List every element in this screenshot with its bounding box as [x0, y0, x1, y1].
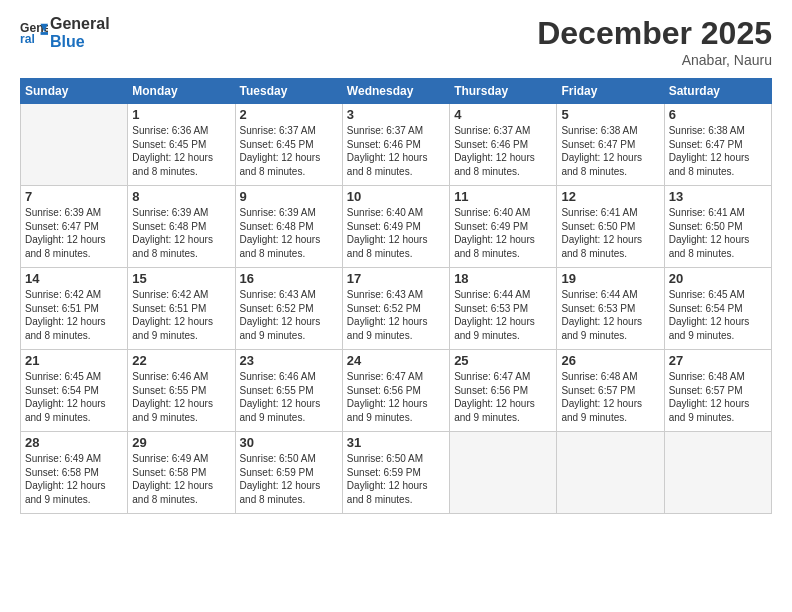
cell-info: Sunrise: 6:42 AM Sunset: 6:51 PM Dayligh… [25, 288, 123, 342]
day-number: 27 [669, 353, 767, 368]
cell-info: Sunrise: 6:37 AM Sunset: 6:46 PM Dayligh… [454, 124, 552, 178]
cell-info: Sunrise: 6:46 AM Sunset: 6:55 PM Dayligh… [132, 370, 230, 424]
cell-info: Sunrise: 6:38 AM Sunset: 6:47 PM Dayligh… [669, 124, 767, 178]
cell-info: Sunrise: 6:36 AM Sunset: 6:45 PM Dayligh… [132, 124, 230, 178]
cell-info: Sunrise: 6:45 AM Sunset: 6:54 PM Dayligh… [25, 370, 123, 424]
day-number: 31 [347, 435, 445, 450]
calendar-cell [450, 432, 557, 514]
calendar-cell [557, 432, 664, 514]
calendar-cell: 18Sunrise: 6:44 AM Sunset: 6:53 PM Dayli… [450, 268, 557, 350]
cell-info: Sunrise: 6:40 AM Sunset: 6:49 PM Dayligh… [454, 206, 552, 260]
week-row-1: 1Sunrise: 6:36 AM Sunset: 6:45 PM Daylig… [21, 104, 772, 186]
month-title: December 2025 [537, 15, 772, 52]
calendar-cell: 10Sunrise: 6:40 AM Sunset: 6:49 PM Dayli… [342, 186, 449, 268]
day-number: 10 [347, 189, 445, 204]
cell-info: Sunrise: 6:41 AM Sunset: 6:50 PM Dayligh… [669, 206, 767, 260]
day-number: 1 [132, 107, 230, 122]
day-number: 21 [25, 353, 123, 368]
day-number: 13 [669, 189, 767, 204]
calendar-cell [21, 104, 128, 186]
day-number: 3 [347, 107, 445, 122]
cell-info: Sunrise: 6:37 AM Sunset: 6:45 PM Dayligh… [240, 124, 338, 178]
cell-info: Sunrise: 6:49 AM Sunset: 6:58 PM Dayligh… [25, 452, 123, 506]
day-number: 11 [454, 189, 552, 204]
day-number: 14 [25, 271, 123, 286]
cell-info: Sunrise: 6:44 AM Sunset: 6:53 PM Dayligh… [561, 288, 659, 342]
calendar-cell: 5Sunrise: 6:38 AM Sunset: 6:47 PM Daylig… [557, 104, 664, 186]
cell-info: Sunrise: 6:39 AM Sunset: 6:47 PM Dayligh… [25, 206, 123, 260]
day-number: 12 [561, 189, 659, 204]
weekday-sunday: Sunday [21, 79, 128, 104]
cell-info: Sunrise: 6:50 AM Sunset: 6:59 PM Dayligh… [347, 452, 445, 506]
day-number: 6 [669, 107, 767, 122]
cell-info: Sunrise: 6:39 AM Sunset: 6:48 PM Dayligh… [240, 206, 338, 260]
day-number: 17 [347, 271, 445, 286]
calendar-cell: 2Sunrise: 6:37 AM Sunset: 6:45 PM Daylig… [235, 104, 342, 186]
cell-info: Sunrise: 6:47 AM Sunset: 6:56 PM Dayligh… [347, 370, 445, 424]
calendar-cell: 13Sunrise: 6:41 AM Sunset: 6:50 PM Dayli… [664, 186, 771, 268]
calendar-cell: 27Sunrise: 6:48 AM Sunset: 6:57 PM Dayli… [664, 350, 771, 432]
calendar-cell: 11Sunrise: 6:40 AM Sunset: 6:49 PM Dayli… [450, 186, 557, 268]
calendar-cell [664, 432, 771, 514]
day-number: 30 [240, 435, 338, 450]
logo-line1: General [50, 15, 110, 33]
calendar-cell: 8Sunrise: 6:39 AM Sunset: 6:48 PM Daylig… [128, 186, 235, 268]
day-number: 29 [132, 435, 230, 450]
calendar-cell: 19Sunrise: 6:44 AM Sunset: 6:53 PM Dayli… [557, 268, 664, 350]
week-row-2: 7Sunrise: 6:39 AM Sunset: 6:47 PM Daylig… [21, 186, 772, 268]
calendar-cell: 3Sunrise: 6:37 AM Sunset: 6:46 PM Daylig… [342, 104, 449, 186]
cell-info: Sunrise: 6:39 AM Sunset: 6:48 PM Dayligh… [132, 206, 230, 260]
calendar-cell: 23Sunrise: 6:46 AM Sunset: 6:55 PM Dayli… [235, 350, 342, 432]
calendar-cell: 15Sunrise: 6:42 AM Sunset: 6:51 PM Dayli… [128, 268, 235, 350]
cell-info: Sunrise: 6:41 AM Sunset: 6:50 PM Dayligh… [561, 206, 659, 260]
day-number: 7 [25, 189, 123, 204]
day-number: 5 [561, 107, 659, 122]
day-number: 26 [561, 353, 659, 368]
calendar-cell: 12Sunrise: 6:41 AM Sunset: 6:50 PM Dayli… [557, 186, 664, 268]
cell-info: Sunrise: 6:42 AM Sunset: 6:51 PM Dayligh… [132, 288, 230, 342]
week-row-5: 28Sunrise: 6:49 AM Sunset: 6:58 PM Dayli… [21, 432, 772, 514]
cell-info: Sunrise: 6:48 AM Sunset: 6:57 PM Dayligh… [561, 370, 659, 424]
page-header: Gene ral General Blue December 2025 Anab… [20, 15, 772, 68]
cell-info: Sunrise: 6:43 AM Sunset: 6:52 PM Dayligh… [347, 288, 445, 342]
calendar-cell: 1Sunrise: 6:36 AM Sunset: 6:45 PM Daylig… [128, 104, 235, 186]
calendar-cell: 7Sunrise: 6:39 AM Sunset: 6:47 PM Daylig… [21, 186, 128, 268]
week-row-4: 21Sunrise: 6:45 AM Sunset: 6:54 PM Dayli… [21, 350, 772, 432]
weekday-monday: Monday [128, 79, 235, 104]
cell-info: Sunrise: 6:45 AM Sunset: 6:54 PM Dayligh… [669, 288, 767, 342]
weekday-wednesday: Wednesday [342, 79, 449, 104]
logo-line2: Blue [50, 33, 110, 51]
calendar-cell: 16Sunrise: 6:43 AM Sunset: 6:52 PM Dayli… [235, 268, 342, 350]
cell-info: Sunrise: 6:49 AM Sunset: 6:58 PM Dayligh… [132, 452, 230, 506]
title-block: December 2025 Anabar, Nauru [537, 15, 772, 68]
logo: Gene ral General Blue [20, 15, 110, 50]
calendar-cell: 28Sunrise: 6:49 AM Sunset: 6:58 PM Dayli… [21, 432, 128, 514]
svg-text:ral: ral [20, 32, 35, 46]
day-number: 25 [454, 353, 552, 368]
day-number: 9 [240, 189, 338, 204]
weekday-friday: Friday [557, 79, 664, 104]
cell-info: Sunrise: 6:38 AM Sunset: 6:47 PM Dayligh… [561, 124, 659, 178]
cell-info: Sunrise: 6:40 AM Sunset: 6:49 PM Dayligh… [347, 206, 445, 260]
day-number: 15 [132, 271, 230, 286]
logo-icon: Gene ral [20, 19, 48, 47]
calendar-cell: 30Sunrise: 6:50 AM Sunset: 6:59 PM Dayli… [235, 432, 342, 514]
calendar-cell: 9Sunrise: 6:39 AM Sunset: 6:48 PM Daylig… [235, 186, 342, 268]
week-row-3: 14Sunrise: 6:42 AM Sunset: 6:51 PM Dayli… [21, 268, 772, 350]
day-number: 22 [132, 353, 230, 368]
svg-rect-3 [41, 32, 48, 35]
day-number: 4 [454, 107, 552, 122]
weekday-saturday: Saturday [664, 79, 771, 104]
calendar-cell: 29Sunrise: 6:49 AM Sunset: 6:58 PM Dayli… [128, 432, 235, 514]
calendar-cell: 14Sunrise: 6:42 AM Sunset: 6:51 PM Dayli… [21, 268, 128, 350]
calendar-table: SundayMondayTuesdayWednesdayThursdayFrid… [20, 78, 772, 514]
weekday-header-row: SundayMondayTuesdayWednesdayThursdayFrid… [21, 79, 772, 104]
day-number: 18 [454, 271, 552, 286]
day-number: 16 [240, 271, 338, 286]
weekday-thursday: Thursday [450, 79, 557, 104]
calendar-cell: 17Sunrise: 6:43 AM Sunset: 6:52 PM Dayli… [342, 268, 449, 350]
calendar-cell: 22Sunrise: 6:46 AM Sunset: 6:55 PM Dayli… [128, 350, 235, 432]
day-number: 23 [240, 353, 338, 368]
cell-info: Sunrise: 6:46 AM Sunset: 6:55 PM Dayligh… [240, 370, 338, 424]
cell-info: Sunrise: 6:47 AM Sunset: 6:56 PM Dayligh… [454, 370, 552, 424]
